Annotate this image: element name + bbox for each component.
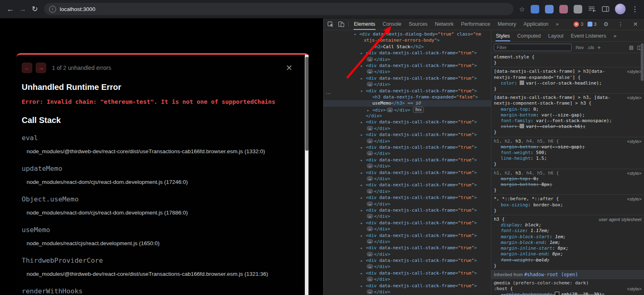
collapsed-content-ellipsis[interactable]: …	[367, 126, 373, 131]
css-property[interactable]: margin-block-end: 1em;	[494, 240, 642, 246]
extension-icon[interactable]	[574, 5, 582, 13]
browser-menu-icon[interactable]: ⋮	[631, 5, 638, 13]
previous-error-button[interactable]: ←	[22, 63, 32, 73]
tree-arrow-icon[interactable]: ▸	[360, 76, 366, 82]
back-button[interactable]: ←	[4, 3, 16, 15]
css-property[interactable]: margin-top: 0;	[494, 176, 642, 182]
tab-memory[interactable]: Memory	[494, 18, 520, 30]
dom-tree-line[interactable]: …</div>	[324, 239, 491, 245]
tree-arrow-icon[interactable]: ▸	[360, 119, 366, 125]
dom-tree-line[interactable]: ▾<div data-nextjs-call-stack-frame="true…	[324, 88, 491, 94]
dom-tree-line[interactable]: …</div>	[324, 188, 491, 194]
dom-tree-line[interactable]: ▸<div data-nextjs-call-stack-frame="true…	[324, 63, 491, 69]
dom-tree-line[interactable]: …</div>	[324, 150, 491, 156]
css-selector[interactable]: nextjs-frame-expanded='false'] {	[494, 75, 642, 80]
collapsed-content-ellipsis[interactable]: …	[367, 201, 373, 206]
extension-icon[interactable]	[545, 5, 554, 13]
collapsed-content-ellipsis[interactable]: …	[367, 226, 373, 231]
address-bar[interactable]: i localhost:3000	[44, 3, 513, 15]
dom-tree-line[interactable]: </div>	[324, 113, 491, 119]
css-property[interactable]: margin-bottom: 8px;	[494, 182, 642, 188]
toggle-hover-state-button[interactable]: :hov	[575, 45, 584, 50]
collapsed-content-ellipsis[interactable]: …	[367, 69, 373, 74]
settings-gear-icon[interactable]: ⚙	[601, 19, 611, 29]
css-property[interactable]: margin-bottom: var(--size-gap);	[494, 112, 642, 118]
inspect-element-icon[interactable]	[325, 19, 336, 29]
more-tabs-icon[interactable]: »	[552, 18, 563, 30]
dom-tree-line[interactable]: …</div>	[324, 125, 491, 132]
extension-icon[interactable]	[531, 5, 539, 13]
gutter-ellipsis[interactable]: ⋯	[326, 91, 331, 96]
stylesheet-source-link[interactable]: <style>	[627, 139, 642, 144]
dom-tree-line[interactable]: ▸<div data-nextjs-call-stack-frame="true…	[324, 194, 491, 201]
dom-tree-line[interactable]: …</div>	[324, 276, 491, 282]
tree-arrow-icon[interactable]: ▸	[360, 157, 366, 163]
css-property[interactable]: font-size: 1.17em;	[494, 228, 642, 234]
dom-tree-line[interactable]: …</div>	[324, 201, 491, 207]
flex-badge[interactable]: flex	[413, 107, 424, 113]
css-property[interactable]: line-height: 1.5;	[494, 156, 642, 161]
dom-tree-line[interactable]: …</div>	[324, 176, 491, 182]
css-property[interactable]: margin-inline-end: 0px;	[494, 251, 642, 257]
tab-network[interactable]: Network	[431, 18, 457, 30]
bookmark-star-icon[interactable]: ☆	[519, 5, 525, 13]
css-property[interactable]: display: block;	[494, 222, 642, 228]
color-swatch[interactable]	[555, 292, 559, 295]
collapsed-content-ellipsis[interactable]: …	[367, 82, 373, 87]
dom-tree-line[interactable]: …</div>	[324, 81, 491, 87]
tab-computed[interactable]: Computed	[513, 30, 545, 41]
dom-tree-line[interactable]: …</div>	[324, 251, 491, 257]
dom-tree-line[interactable]: …</div>	[324, 138, 491, 144]
modal-scrollbar-thumb[interactable]	[305, 57, 308, 151]
devtools-close-icon[interactable]: ✕	[630, 19, 641, 29]
reload-button[interactable]: ↻	[29, 3, 41, 15]
dom-tree-line[interactable]: ▸<div data-nextjs-call-stack-frame="true…	[324, 283, 491, 289]
extension-icon[interactable]	[559, 5, 568, 13]
styles-filter-input[interactable]	[494, 44, 572, 51]
stylesheet-source-link[interactable]: <style>	[627, 197, 642, 201]
dom-tree-line[interactable]: ▸<div data-nextjs-call-stack-frame="true…	[324, 50, 491, 56]
styles-scrollbar[interactable]	[640, 42, 644, 295]
toggle-classes-button[interactable]: .cls	[587, 45, 594, 50]
css-selector[interactable]: *, *::before, *::after {	[494, 196, 642, 202]
dom-tree-line[interactable]: …</div>	[324, 213, 491, 219]
stylesheet-source-link[interactable]: <style>	[627, 286, 642, 291]
dom-tree-line[interactable]: ▸<div data-nextjs-call-stack-frame="true…	[324, 119, 491, 125]
tab-event-listeners[interactable]: Event Listeners	[567, 30, 610, 41]
dom-tree-line[interactable]: …</div>	[324, 69, 491, 75]
next-error-button[interactable]: →	[36, 63, 46, 73]
collapsed-content-ellipsis[interactable]: …	[387, 107, 393, 112]
css-property[interactable]: color: var(--color-stack-h6);	[494, 124, 642, 130]
tree-arrow-icon[interactable]: ▸	[360, 245, 366, 251]
tree-arrow-icon[interactable]: ▸	[360, 270, 366, 277]
tab-elements[interactable]: Elements	[350, 18, 379, 30]
forward-button[interactable]: →	[16, 3, 29, 15]
tab-performance[interactable]: Performance	[457, 18, 494, 30]
dom-tree-line[interactable]: ▸<div data-nextjs-call-stack-frame="true…	[324, 207, 491, 213]
tab-application[interactable]: Application	[520, 18, 552, 30]
shadow-root-link[interactable]: #shadow-root (open)	[524, 272, 578, 277]
tree-arrow-icon[interactable]: ▸	[360, 63, 366, 69]
dom-tree-line[interactable]: <h2>Call Stack</h2>	[324, 44, 491, 50]
side-panel-icon[interactable]	[602, 6, 609, 12]
dom-tree-line[interactable]: ▸<div data-nextjs-call-stack-frame="true…	[324, 232, 491, 239]
css-property[interactable]: margin-inline-start: 0px;	[494, 246, 642, 251]
computed-toggle-icon[interactable]: ▤	[629, 45, 633, 50]
css-selector[interactable]: nextjs-component-stack-frame] > h3 {	[494, 101, 642, 106]
dom-tree-line[interactable]: <h3 data-nextjs-frame-expanded="false">	[324, 94, 491, 100]
dom-tree-line[interactable]: ▸<div data-nextjs-call-stack-frame="true…	[324, 157, 491, 163]
dom-tree-line[interactable]: ▸<div data-nextjs-call-stack-frame="true…	[324, 220, 491, 226]
dom-tree-line[interactable]: ▸<div data-nextjs-call-stack-frame="true…	[324, 75, 491, 81]
tree-arrow-icon[interactable]: ▸	[360, 283, 366, 289]
css-property[interactable]: font-family: var(--font-stack-monospace)…	[494, 118, 642, 124]
css-property[interactable]: font-weight: bold;	[494, 257, 642, 263]
collapsed-content-ellipsis[interactable]: …	[367, 277, 373, 282]
dom-tree-line[interactable]: …</div>	[324, 226, 491, 232]
reading-list-icon[interactable]	[588, 6, 596, 12]
site-info-icon[interactable]: i	[49, 6, 56, 13]
dom-tree-line[interactable]: ▸<div data-nextjs-call-stack-frame="true…	[324, 257, 491, 264]
stylesheet-source-link[interactable]: <style>	[627, 69, 642, 74]
device-toolbar-icon[interactable]	[336, 19, 347, 29]
dom-tree-line[interactable]: ▸<div data-nextjs-call-stack-frame="true…	[324, 144, 491, 150]
dom-tree-line[interactable]: ▾<div data-nextjs-dialog-body="true" cla…	[324, 31, 491, 37]
